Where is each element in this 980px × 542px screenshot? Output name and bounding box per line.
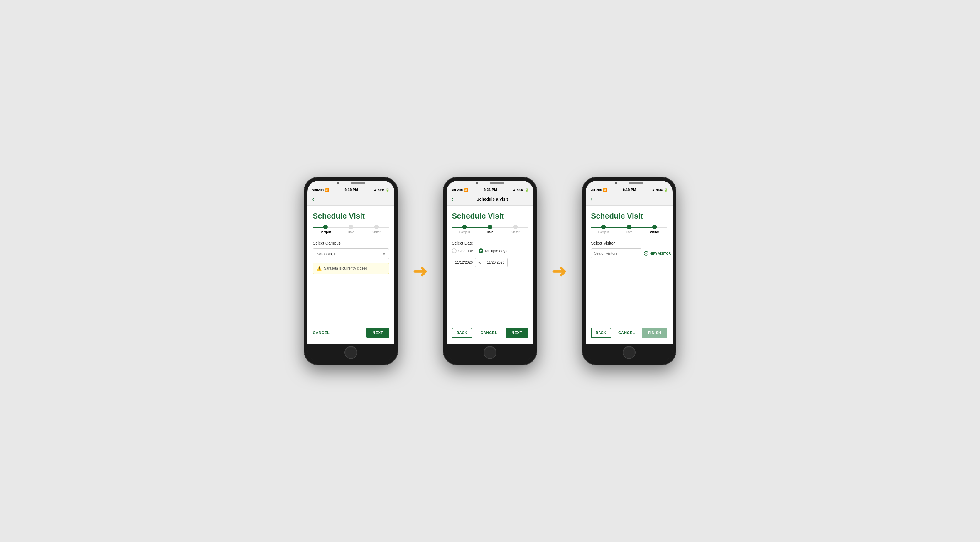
arrow-2: ➜ bbox=[552, 260, 568, 282]
wifi-icon-2: 📶 bbox=[464, 188, 468, 192]
plus-icon: + bbox=[644, 251, 648, 256]
carrier-1: Verizon bbox=[312, 188, 324, 192]
step-date-3: Date bbox=[616, 225, 642, 234]
time-1: 6:16 PM bbox=[344, 188, 358, 192]
location-icon-3: ▲ bbox=[652, 188, 655, 192]
step-campus-1: Campus bbox=[313, 225, 338, 234]
cancel-button-3[interactable]: CANCEL bbox=[618, 328, 635, 337]
step-campus-2: Campus bbox=[452, 225, 477, 234]
step-visitor-1: Visitor bbox=[364, 225, 389, 234]
button-row-3: BACK CANCEL FINISH bbox=[591, 325, 667, 338]
page-title-3: Schedule Visit bbox=[591, 211, 667, 221]
time-2: 6:21 PM bbox=[484, 188, 497, 192]
battery-icon-1: 🔋 bbox=[385, 188, 390, 192]
search-row: + NEW VISITOR bbox=[591, 248, 667, 258]
step-campus-3: Campus bbox=[591, 225, 616, 234]
cancel-button-2[interactable]: CANCEL bbox=[480, 328, 497, 337]
status-bar-2: Verizon 📶 6:21 PM ▲ 44% 🔋 bbox=[447, 185, 533, 193]
status-bar-3: Verizon 📶 6:16 PM ▲ 46% 🔋 bbox=[585, 185, 673, 193]
nav-bar-1: ‹ bbox=[307, 193, 395, 206]
arrow-1: ➜ bbox=[412, 260, 428, 282]
carrier-3: Verizon bbox=[590, 188, 602, 192]
warning-box: ⚠️ Sarasota is currently closed bbox=[313, 263, 389, 274]
warning-icon: ⚠️ bbox=[317, 266, 321, 271]
back-button-3[interactable]: ‹ bbox=[590, 196, 592, 203]
battery-1: 46% bbox=[378, 188, 384, 192]
nav-bar-3: ‹ bbox=[585, 193, 673, 206]
radio-group: One day Multiple days bbox=[452, 248, 528, 253]
back-button-1[interactable]: ‹ bbox=[312, 196, 314, 203]
step-date-1: Date bbox=[338, 225, 364, 234]
radio-multiple-days-circle[interactable] bbox=[479, 248, 483, 253]
divider-2 bbox=[452, 277, 528, 277]
home-button-1[interactable] bbox=[344, 346, 357, 359]
cancel-button-1[interactable]: CANCEL bbox=[313, 328, 329, 337]
phone-1: Verizon 📶 6:16 PM ▲ 46% 🔋 ‹ Schedule Vi bbox=[304, 177, 398, 365]
from-date-field[interactable]: 11/12/2020 bbox=[452, 258, 476, 267]
back-button-phone2[interactable]: BACK bbox=[452, 328, 472, 338]
back-button-2[interactable]: ‹ bbox=[451, 196, 453, 203]
date-range: 11/12/2020 to 11/20/2020 bbox=[452, 258, 528, 267]
radio-multiple-days[interactable]: Multiple days bbox=[479, 248, 508, 253]
time-3: 6:16 PM bbox=[623, 188, 636, 192]
stepper-1: Campus Date Visitor bbox=[313, 225, 389, 234]
status-bar-1: Verizon 📶 6:16 PM ▲ 46% 🔋 bbox=[307, 185, 395, 193]
divider-3 bbox=[591, 267, 667, 267]
stepper-2: Campus Date Visitor bbox=[452, 225, 528, 234]
radio-one-day[interactable]: One day bbox=[452, 248, 473, 253]
home-button-2[interactable] bbox=[484, 346, 496, 359]
warning-text: Sarasota is currently closed bbox=[324, 266, 367, 270]
phone-3: Verizon 📶 6:16 PM ▲ 46% 🔋 ‹ Schedule Vi bbox=[582, 177, 676, 365]
next-button-2[interactable]: NEXT bbox=[506, 327, 528, 338]
step-visitor-2: Visitor bbox=[503, 225, 528, 234]
page-title-2: Schedule Visit bbox=[452, 211, 528, 221]
battery-icon-2: 🔋 bbox=[525, 188, 529, 192]
next-button-1[interactable]: NEXT bbox=[366, 327, 389, 338]
date-to-label: to bbox=[478, 261, 481, 265]
divider-1 bbox=[313, 282, 389, 283]
section-label-2: Select Date bbox=[452, 241, 528, 245]
to-date-field[interactable]: 11/20/2020 bbox=[484, 258, 508, 267]
home-button-area-3 bbox=[585, 344, 673, 361]
section-label-1: Select Campus bbox=[313, 241, 389, 245]
location-icon-2: ▲ bbox=[512, 188, 516, 192]
radio-one-day-label: One day bbox=[458, 249, 473, 253]
radio-multiple-days-label: Multiple days bbox=[485, 249, 508, 253]
new-visitor-button[interactable]: + NEW VISITOR bbox=[644, 251, 671, 256]
step-visitor-3: Visitor bbox=[642, 225, 667, 234]
stepper-3: Campus Date Visitor bbox=[591, 225, 667, 234]
section-label-3: Select Visitor bbox=[591, 241, 667, 245]
battery-2: 44% bbox=[517, 188, 523, 192]
location-icon-1: ▲ bbox=[374, 188, 377, 192]
search-visitors-input[interactable] bbox=[591, 248, 641, 258]
step-date-2: Date bbox=[477, 225, 503, 234]
back-button-phone3[interactable]: BACK bbox=[591, 328, 611, 338]
wifi-icon-3: 📶 bbox=[603, 188, 607, 192]
home-button-area-2 bbox=[447, 344, 533, 361]
campus-select[interactable]: Sarasota, FL bbox=[313, 248, 389, 259]
button-row-1: CANCEL NEXT bbox=[313, 325, 389, 338]
home-button-area-1 bbox=[307, 344, 395, 361]
home-button-3[interactable] bbox=[623, 346, 636, 359]
new-visitor-label: NEW VISITOR bbox=[650, 252, 671, 255]
nav-bar-2: ‹ Schedule a Visit bbox=[447, 193, 533, 206]
battery-icon-3: 🔋 bbox=[664, 188, 668, 192]
finish-button[interactable]: FINISH bbox=[642, 327, 667, 338]
button-row-2: BACK CANCEL NEXT bbox=[452, 325, 528, 338]
battery-3: 46% bbox=[656, 188, 662, 192]
page-title-1: Schedule Visit bbox=[313, 211, 389, 221]
nav-title-2: Schedule a Visit bbox=[456, 197, 529, 202]
carrier-2: Verizon bbox=[451, 188, 463, 192]
campus-select-wrapper[interactable]: Sarasota, FL ▼ bbox=[313, 248, 389, 259]
radio-one-day-circle[interactable] bbox=[452, 248, 457, 253]
phone-2: Verizon 📶 6:21 PM ▲ 44% 🔋 ‹ Schedule a V… bbox=[443, 177, 537, 365]
wifi-icon-1: 📶 bbox=[325, 188, 329, 192]
